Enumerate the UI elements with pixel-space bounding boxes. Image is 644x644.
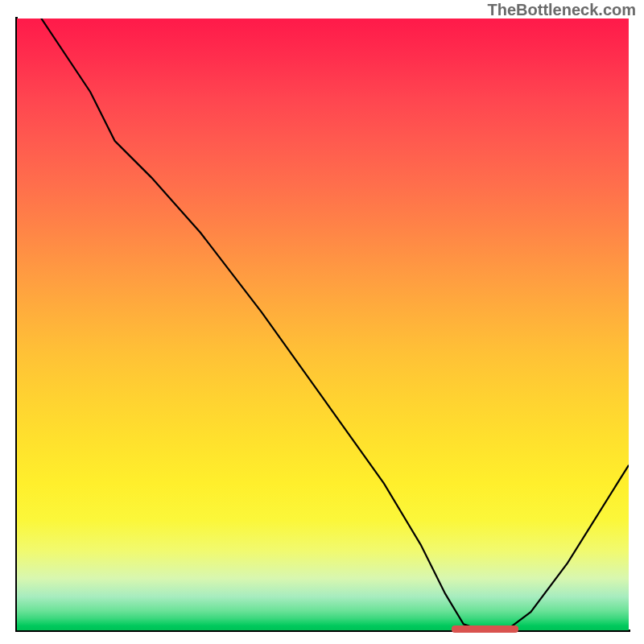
bottleneck-curve: [17, 19, 629, 630]
watermark-text: TheBottleneck.com: [488, 1, 636, 19]
optimal-range-marker: [452, 625, 519, 633]
chart-plot-area: [17, 19, 629, 630]
